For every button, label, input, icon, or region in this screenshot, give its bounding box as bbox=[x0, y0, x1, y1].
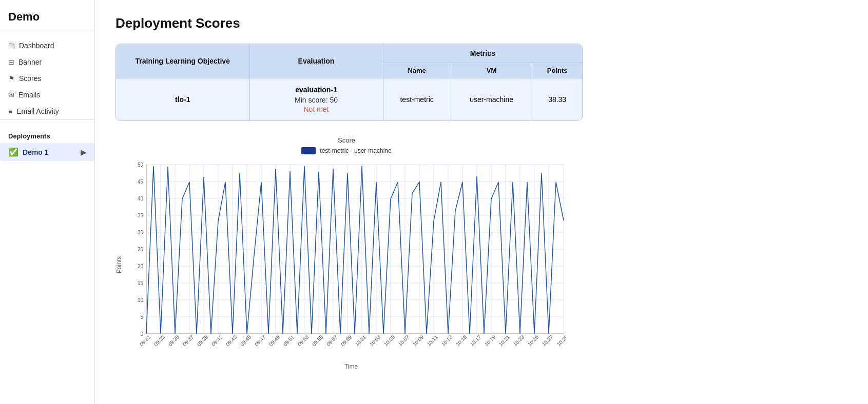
sidebar-item-label: Email Activity bbox=[16, 107, 59, 115]
sidebar-item-dashboard[interactable]: ▦ Dashboard bbox=[0, 37, 94, 54]
svg-text:09:59: 09:59 bbox=[340, 334, 353, 347]
svg-text:09:41: 09:41 bbox=[210, 334, 224, 347]
svg-text:40: 40 bbox=[138, 196, 144, 201]
svg-text:10:05: 10:05 bbox=[383, 334, 396, 347]
svg-text:30: 30 bbox=[138, 230, 144, 235]
check-icon: ✅ bbox=[8, 147, 18, 157]
svg-text:09:57: 09:57 bbox=[325, 334, 339, 347]
y-axis-label: Points bbox=[115, 256, 123, 273]
svg-text:09:35: 09:35 bbox=[167, 334, 181, 347]
chart-drawing-area: .grid-line { stroke: #d0d8ee; stroke-wid… bbox=[125, 159, 577, 370]
svg-text:10:15: 10:15 bbox=[455, 334, 468, 347]
scores-icon: ⚑ bbox=[8, 74, 15, 83]
metric-name: test-metric bbox=[383, 78, 451, 121]
svg-text:50: 50 bbox=[138, 162, 144, 168]
svg-text:10:25: 10:25 bbox=[527, 334, 540, 347]
sub-header-points: Points bbox=[532, 63, 582, 78]
eval-cell: evaluation-1 Min score: 50 Not met bbox=[249, 78, 383, 121]
svg-text:09:55: 09:55 bbox=[311, 334, 324, 347]
sidebar-divider-2 bbox=[0, 119, 94, 120]
sidebar-item-emails[interactable]: ✉ Emails bbox=[0, 87, 94, 103]
chart-title: Score bbox=[115, 136, 577, 144]
svg-text:0: 0 bbox=[140, 331, 143, 337]
sidebar-item-scores[interactable]: ⚑ Scores bbox=[0, 70, 94, 87]
table-row: tlo-1 evaluation-1 Min score: 50 Not met… bbox=[116, 78, 582, 121]
svg-text:10:23: 10:23 bbox=[512, 334, 526, 347]
eval-name: evaluation-1 bbox=[258, 86, 375, 94]
demo1-label: Demo 1 bbox=[23, 148, 49, 156]
svg-text:09:37: 09:37 bbox=[182, 334, 195, 347]
banner-icon: ⊟ bbox=[8, 58, 14, 66]
eval-minscore: Min score: 50 bbox=[258, 96, 375, 104]
col-header-evaluation: Evaluation bbox=[249, 44, 383, 78]
svg-text:09:47: 09:47 bbox=[254, 334, 267, 347]
svg-text:09:45: 09:45 bbox=[239, 334, 253, 347]
svg-text:10:21: 10:21 bbox=[498, 334, 511, 347]
svg-text:10:17: 10:17 bbox=[469, 334, 483, 347]
svg-text:10: 10 bbox=[138, 297, 144, 303]
svg-text:5: 5 bbox=[140, 314, 143, 320]
svg-text:10:03: 10:03 bbox=[369, 334, 382, 347]
svg-text:09:39: 09:39 bbox=[196, 334, 209, 347]
main-content: Deployment Scores Training Learning Obje… bbox=[95, 0, 868, 404]
email-activity-icon: ≡ bbox=[8, 107, 12, 115]
sidebar-item-label: Dashboard bbox=[19, 42, 54, 50]
svg-text:35: 35 bbox=[138, 213, 144, 218]
sidebar-item-label: Banner bbox=[18, 58, 42, 66]
sidebar-item-email-activity[interactable]: ≡ Email Activity bbox=[0, 103, 94, 119]
sidebar-divider bbox=[0, 32, 94, 32]
svg-text:10:07: 10:07 bbox=[397, 334, 411, 347]
emails-icon: ✉ bbox=[8, 91, 14, 99]
metric-vm: user-machine bbox=[451, 78, 532, 121]
sidebar-item-demo1[interactable]: ✅ Demo 1 ▶ bbox=[0, 143, 94, 161]
sub-header-name: Name bbox=[383, 63, 451, 78]
deployment-scores-table: Training Learning Objective Evaluation M… bbox=[115, 44, 583, 121]
svg-text:09:33: 09:33 bbox=[153, 334, 166, 347]
svg-text:09:43: 09:43 bbox=[225, 334, 238, 347]
chart-legend: test-metric - user-machine bbox=[115, 147, 577, 154]
metric-points: 38.33 bbox=[532, 78, 582, 121]
chart-svg: .grid-line { stroke: #d0d8ee; stroke-wid… bbox=[125, 159, 566, 359]
legend-label: test-metric - user-machine bbox=[320, 147, 391, 154]
chart-svg-wrapper: Points .grid-line { stroke: #d0d8ee; str… bbox=[115, 159, 577, 370]
sidebar: Demo ▦ Dashboard ⊟ Banner ⚑ Scores ✉ Ema… bbox=[0, 0, 95, 404]
dashboard-icon: ▦ bbox=[8, 42, 15, 50]
svg-text:10:09: 10:09 bbox=[412, 334, 425, 347]
svg-text:15: 15 bbox=[138, 280, 144, 286]
col-header-tlo: Training Learning Objective bbox=[116, 44, 249, 78]
arrow-icon: ▶ bbox=[81, 148, 86, 156]
page-title: Deployment Scores bbox=[115, 15, 847, 31]
svg-text:10:11: 10:11 bbox=[426, 334, 439, 347]
svg-text:09:49: 09:49 bbox=[268, 334, 281, 347]
sidebar-item-label: Emails bbox=[18, 91, 40, 99]
svg-text:10:29: 10:29 bbox=[556, 334, 566, 347]
svg-text:20: 20 bbox=[138, 264, 144, 269]
svg-text:45: 45 bbox=[138, 179, 144, 185]
col-header-metrics: Metrics bbox=[383, 44, 582, 63]
legend-color bbox=[301, 147, 316, 154]
svg-text:09:53: 09:53 bbox=[297, 334, 310, 347]
svg-text:10:27: 10:27 bbox=[541, 334, 554, 347]
svg-text:25: 25 bbox=[138, 247, 144, 252]
svg-text:10:01: 10:01 bbox=[354, 334, 368, 347]
deployments-section-label: Deployments bbox=[0, 125, 94, 143]
sidebar-item-banner[interactable]: ⊟ Banner bbox=[0, 54, 94, 70]
eval-status: Not met bbox=[258, 105, 375, 113]
score-chart: Score test-metric - user-machine Points … bbox=[115, 136, 577, 370]
tlo-value: tlo-1 bbox=[116, 78, 249, 121]
x-axis-label: Time bbox=[125, 363, 577, 370]
svg-text:10:13: 10:13 bbox=[440, 334, 454, 347]
app-title: Demo bbox=[0, 10, 94, 32]
svg-text:10:19: 10:19 bbox=[484, 334, 497, 347]
svg-text:09:51: 09:51 bbox=[282, 334, 296, 347]
sidebar-item-label: Scores bbox=[19, 74, 42, 83]
sub-header-vm: VM bbox=[451, 63, 532, 78]
